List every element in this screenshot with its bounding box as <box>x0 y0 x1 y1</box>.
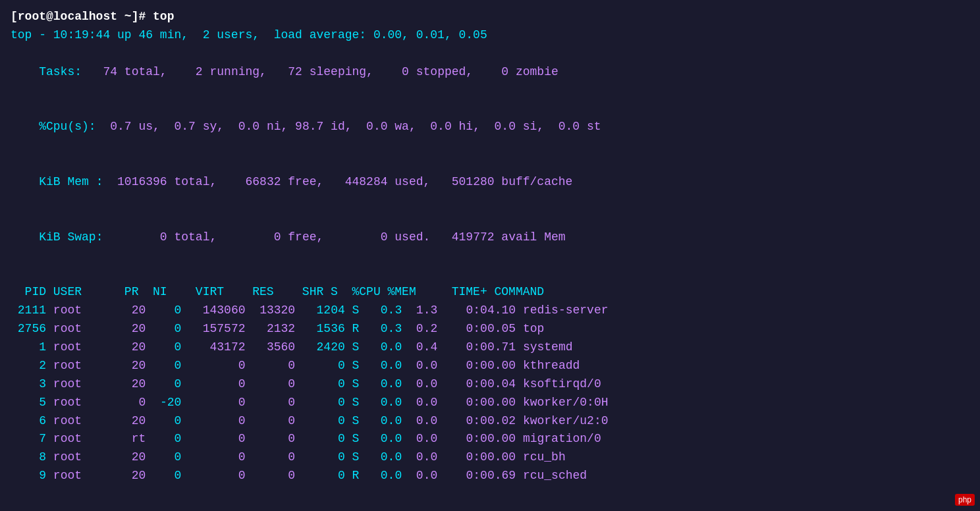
cpu: 0.0 <box>366 469 402 482</box>
ni: -20 <box>153 396 181 409</box>
virt: 0 <box>196 377 246 390</box>
swap-label: KiB Swap: <box>39 230 110 244</box>
time: 0:00.05 <box>452 322 516 335</box>
virt: 0 <box>196 469 246 482</box>
tasks-label: Tasks: <box>39 65 89 78</box>
user: root <box>53 304 117 317</box>
mem-line: KiB Mem : 1016396 total, 66832 free, 448… <box>11 155 969 210</box>
command: systemd <box>523 340 573 354</box>
virt: 143060 <box>196 304 246 317</box>
pr: 20 <box>124 340 146 354</box>
ni: 0 <box>153 432 181 445</box>
pr: 20 <box>124 469 146 482</box>
swap-line: KiB Swap: 0 total, 0 free, 0 used. 41977… <box>11 210 969 265</box>
command: top <box>523 322 544 335</box>
state: S <box>352 432 360 445</box>
state: S <box>352 304 360 317</box>
state: S <box>352 359 360 372</box>
user: root <box>53 450 117 464</box>
state: R <box>352 322 360 335</box>
cpu: 0.0 <box>366 450 402 464</box>
res: 0 <box>252 414 295 427</box>
cpu-line: %Cpu(s): 0.7 us, 0.7 sy, 0.0 ni, 98.7 id… <box>11 99 969 155</box>
cpu: 0.3 <box>366 322 402 335</box>
pid: 8 <box>11 450 46 464</box>
state: S <box>352 414 360 427</box>
tasks-line: Tasks: 74 total, 2 running, 72 sleeping,… <box>11 45 969 100</box>
shr: 2420 <box>302 340 345 354</box>
pid: 5 <box>11 396 46 409</box>
ni: 0 <box>153 414 181 427</box>
table-row: 2756 root 20 0 157572 2132 1536 R 0.3 0.… <box>11 320 969 338</box>
command: ksoftirqd/0 <box>523 377 601 390</box>
time: 0:00.02 <box>452 414 516 427</box>
state: R <box>352 469 360 482</box>
mem: 0.4 <box>409 340 437 354</box>
time: 0:00.69 <box>452 469 516 482</box>
table-row: 5 root 0 -20 0 0 0 S 0.0 0.0 0:00.00 kwo… <box>11 394 969 412</box>
table-row: 2111 root 20 0 143060 13320 1204 S 0.3 1… <box>11 302 969 320</box>
shr: 0 <box>302 450 345 464</box>
mem: 0.0 <box>409 359 437 372</box>
res: 3560 <box>252 340 295 354</box>
ni: 0 <box>153 359 181 372</box>
virt: 0 <box>196 450 246 464</box>
res: 13320 <box>252 304 295 317</box>
pr: 20 <box>124 450 146 464</box>
tasks-value: 74 total, 2 running, 72 sleeping, 0 stop… <box>89 65 558 78</box>
mem: 1.3 <box>409 304 437 317</box>
time: 0:04.10 <box>452 304 516 317</box>
cpu: 0.0 <box>366 432 402 445</box>
terminal-window: [root@localhost ~]# top top - 10:19:44 u… <box>11 8 969 485</box>
state: S <box>352 450 360 464</box>
pid: 7 <box>11 432 46 445</box>
mem-label: KiB Mem : <box>39 175 110 188</box>
shr: 0 <box>302 359 345 372</box>
pr: 20 <box>124 377 146 390</box>
user: root <box>53 414 117 427</box>
command: kthreadd <box>523 359 580 372</box>
res: 0 <box>252 469 295 482</box>
state: S <box>352 377 360 390</box>
time: 0:00.00 <box>452 359 516 372</box>
shr: 0 <box>302 377 345 390</box>
table-row: 1 root 20 0 43172 3560 2420 S 0.0 0.4 0:… <box>11 338 969 357</box>
virt: 0 <box>196 359 246 372</box>
state: S <box>352 396 360 409</box>
blank-line <box>11 265 969 283</box>
user: root <box>53 322 117 335</box>
mem: 0.0 <box>409 414 437 427</box>
process-table: 2111 root 20 0 143060 13320 1204 S 0.3 1… <box>11 302 969 485</box>
time: 0:00.00 <box>452 396 516 409</box>
pid: 1 <box>11 340 46 354</box>
pr: 20 <box>124 322 146 335</box>
user: root <box>53 340 117 354</box>
command: rcu_bh <box>523 450 566 464</box>
pid: 9 <box>11 469 46 482</box>
cpu-label: %Cpu(s): <box>39 120 103 133</box>
pr: 20 <box>124 414 146 427</box>
pr: rt <box>124 432 146 445</box>
swap-value: 0 total, 0 free, 0 used. 419772 avail Me… <box>110 230 565 244</box>
pid: 3 <box>11 377 46 390</box>
ni: 0 <box>153 322 181 335</box>
virt: 0 <box>196 396 246 409</box>
shr: 0 <box>302 414 345 427</box>
shr: 0 <box>302 432 345 445</box>
command: kworker/u2:0 <box>523 414 609 427</box>
res: 0 <box>252 450 295 464</box>
command: kworker/0:0H <box>523 396 609 409</box>
command: redis-server <box>523 304 609 317</box>
time: 0:00.00 <box>452 432 516 445</box>
summary-line: top - 10:19:44 up 46 min, 2 users, load … <box>11 26 969 45</box>
user: root <box>53 469 117 482</box>
cpu: 0.3 <box>366 304 402 317</box>
shr: 0 <box>302 396 345 409</box>
ni: 0 <box>153 304 181 317</box>
table-row: 6 root 20 0 0 0 0 S 0.0 0.0 0:00.02 kwor… <box>11 412 969 431</box>
ni: 0 <box>153 340 181 354</box>
pid: 6 <box>11 414 46 427</box>
res: 0 <box>252 396 295 409</box>
table-row: 3 root 20 0 0 0 0 S 0.0 0.0 0:00.04 ksof… <box>11 375 969 394</box>
mem: 0.0 <box>409 432 437 445</box>
